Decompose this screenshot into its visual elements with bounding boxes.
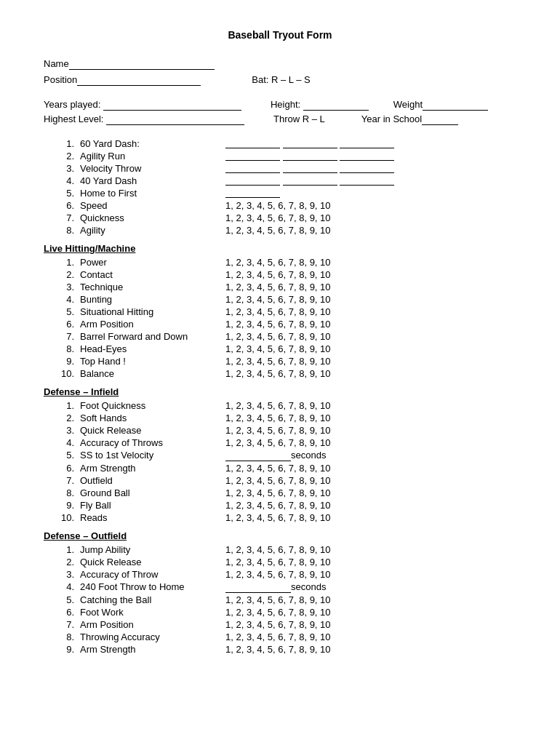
item-number: 6. <box>58 607 80 618</box>
section-general: 1.60 Yard Dash: 2.Agility Run 3.Velocity… <box>44 138 516 236</box>
item-label: 60 Yard Dash: <box>80 138 225 149</box>
item-label: Top Hand ! <box>80 356 225 367</box>
item-value: 1, 2, 3, 4, 5, 6, 7, 8, 9, 10 <box>225 619 516 630</box>
section-live-hitting: Live Hitting/Machine1.Power1, 2, 3, 4, 5… <box>44 243 516 379</box>
item-value: 1, 2, 3, 4, 5, 6, 7, 8, 9, 10 <box>225 319 516 330</box>
item-label: Agility <box>80 225 225 236</box>
highest-level-label: Highest Level: <box>44 113 244 125</box>
item-value: 1, 2, 3, 4, 5, 6, 7, 8, 9, 10 <box>225 557 516 567</box>
list-item: 3.Technique1, 2, 3, 4, 5, 6, 7, 8, 9, 10 <box>44 282 516 292</box>
item-number: 5. <box>58 450 80 461</box>
item-number: 10. <box>58 368 80 379</box>
item-value: 1, 2, 3, 4, 5, 6, 7, 8, 9, 10 <box>225 463 516 474</box>
item-label: Speed <box>80 200 225 211</box>
item-number: 4. <box>58 294 80 305</box>
item-label: Head-Eyes <box>80 343 225 354</box>
item-number: 8. <box>58 632 80 642</box>
years-played-label: Years played: <box>44 99 241 111</box>
item-label: Soft Hands <box>80 413 225 423</box>
item-value: 1, 2, 3, 4, 5, 6, 7, 8, 9, 10 <box>225 644 516 655</box>
item-value: 1, 2, 3, 4, 5, 6, 7, 8, 9, 10 <box>225 569 516 580</box>
height-label: Height: <box>271 99 369 111</box>
item-number: 5. <box>58 306 80 317</box>
list-item: 5.Catching the Ball1, 2, 3, 4, 5, 6, 7, … <box>44 594 516 605</box>
item-number: 8. <box>58 343 80 354</box>
list-item: 8.Agility1, 2, 3, 4, 5, 6, 7, 8, 9, 10 <box>44 225 516 236</box>
item-value: 1, 2, 3, 4, 5, 6, 7, 8, 9, 10 <box>225 356 516 367</box>
list-item: 4.Bunting1, 2, 3, 4, 5, 6, 7, 8, 9, 10 <box>44 294 516 305</box>
item-label: Outfield <box>80 475 225 486</box>
list-item: 4.Accuracy of Throws1, 2, 3, 4, 5, 6, 7,… <box>44 437 516 448</box>
item-label: Reads <box>80 512 225 523</box>
item-label: Arm Position <box>80 319 225 330</box>
section-defense-infield: Defense – Infield1.Foot Quickness1, 2, 3… <box>44 386 516 523</box>
item-value: 1, 2, 3, 4, 5, 6, 7, 8, 9, 10 <box>225 607 516 618</box>
item-label: Technique <box>80 282 225 292</box>
list-item: 10.Reads1, 2, 3, 4, 5, 6, 7, 8, 9, 10 <box>44 512 516 523</box>
item-number: 2. <box>58 151 80 162</box>
item-value <box>225 138 516 149</box>
item-label: 240 Foot Throw to Home <box>80 581 225 592</box>
item-value: 1, 2, 3, 4, 5, 6, 7, 8, 9, 10 <box>225 400 516 411</box>
item-label: Arm Position <box>80 619 225 630</box>
item-value: seconds <box>225 450 516 461</box>
item-value: 1, 2, 3, 4, 5, 6, 7, 8, 9, 10 <box>225 368 516 379</box>
section-header-live-hitting: Live Hitting/Machine <box>44 243 516 254</box>
item-value: 1, 2, 3, 4, 5, 6, 7, 8, 9, 10 <box>225 343 516 354</box>
item-number: 8. <box>58 225 80 236</box>
list-item: 7.Barrel Forward and Down1, 2, 3, 4, 5, … <box>44 331 516 342</box>
weight-label: Weight <box>393 99 488 111</box>
item-value: 1, 2, 3, 4, 5, 6, 7, 8, 9, 10 <box>225 487 516 498</box>
item-label: Situational Hitting <box>80 306 225 317</box>
item-number: 9. <box>58 644 80 655</box>
item-value: 1, 2, 3, 4, 5, 6, 7, 8, 9, 10 <box>225 512 516 523</box>
list-item: 2.Quick Release1, 2, 3, 4, 5, 6, 7, 8, 9… <box>44 557 516 567</box>
item-number: 3. <box>58 425 80 436</box>
item-number: 2. <box>58 269 80 280</box>
item-label: Accuracy of Throw <box>80 569 225 580</box>
item-label: Quick Release <box>80 425 225 436</box>
list-item: 8.Throwing Accuracy1, 2, 3, 4, 5, 6, 7, … <box>44 632 516 642</box>
list-item: 1.Power1, 2, 3, 4, 5, 6, 7, 8, 9, 10 <box>44 257 516 268</box>
item-value <box>225 151 516 162</box>
item-value: 1, 2, 3, 4, 5, 6, 7, 8, 9, 10 <box>225 212 516 223</box>
list-item: 8.Head-Eyes1, 2, 3, 4, 5, 6, 7, 8, 9, 10 <box>44 343 516 354</box>
item-label: Foot Work <box>80 607 225 618</box>
item-number: 2. <box>58 557 80 567</box>
item-number: 4. <box>58 175 80 186</box>
item-label: Ground Ball <box>80 487 225 498</box>
item-label: Contact <box>80 269 225 280</box>
list-item: 8.Ground Ball1, 2, 3, 4, 5, 6, 7, 8, 9, … <box>44 487 516 498</box>
item-label: Home to First <box>80 188 225 199</box>
item-label: Power <box>80 257 225 268</box>
item-value: 1, 2, 3, 4, 5, 6, 7, 8, 9, 10 <box>225 475 516 486</box>
item-number: 6. <box>58 200 80 211</box>
item-value: 1, 2, 3, 4, 5, 6, 7, 8, 9, 10 <box>225 632 516 642</box>
item-value: 1, 2, 3, 4, 5, 6, 7, 8, 9, 10 <box>225 294 516 305</box>
list-item: 9.Top Hand !1, 2, 3, 4, 5, 6, 7, 8, 9, 1… <box>44 356 516 367</box>
item-label: Catching the Ball <box>80 594 225 605</box>
item-number: 5. <box>58 594 80 605</box>
list-item: 6.Arm Strength1, 2, 3, 4, 5, 6, 7, 8, 9,… <box>44 463 516 474</box>
list-item: 1.60 Yard Dash: <box>44 138 516 149</box>
list-item: 4.240 Foot Throw to Home seconds <box>44 581 516 593</box>
item-number: 1. <box>58 138 80 149</box>
list-item: 3.Velocity Throw <box>44 163 516 174</box>
item-number: 7. <box>58 331 80 342</box>
throw-label: Throw R – L <box>273 113 325 124</box>
year-in-school-label: Year in School <box>361 113 458 125</box>
item-value: 1, 2, 3, 4, 5, 6, 7, 8, 9, 10 <box>225 257 516 268</box>
item-value: 1, 2, 3, 4, 5, 6, 7, 8, 9, 10 <box>225 269 516 280</box>
list-item: 7.Arm Position1, 2, 3, 4, 5, 6, 7, 8, 9,… <box>44 619 516 630</box>
item-number: 4. <box>58 581 80 592</box>
item-label: SS to 1st Velocity <box>80 450 225 461</box>
list-item: 3.Quick Release1, 2, 3, 4, 5, 6, 7, 8, 9… <box>44 425 516 436</box>
item-number: 7. <box>58 212 80 223</box>
item-value: 1, 2, 3, 4, 5, 6, 7, 8, 9, 10 <box>225 413 516 423</box>
list-item: 7.Quickness1, 2, 3, 4, 5, 6, 7, 8, 9, 10 <box>44 212 516 223</box>
item-value: seconds <box>225 581 516 593</box>
name-field-label: Name <box>44 58 215 70</box>
item-number: 7. <box>58 619 80 630</box>
item-label: Accuracy of Throws <box>80 437 225 448</box>
list-item: 2.Agility Run <box>44 151 516 162</box>
